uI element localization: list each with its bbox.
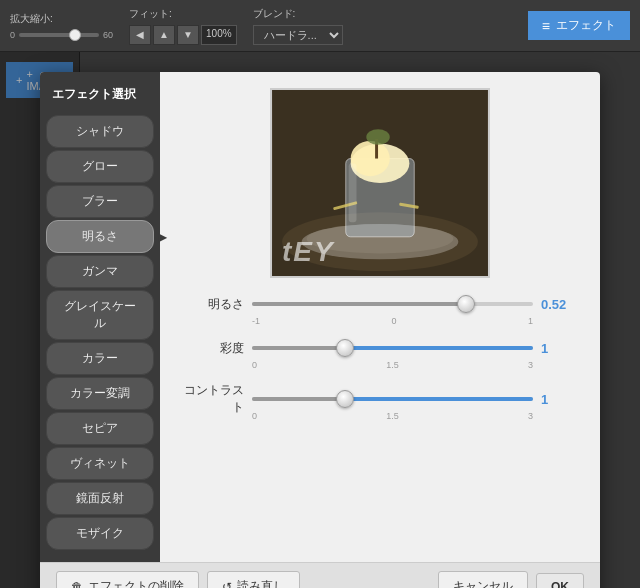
reset-button[interactable]: ↺ 読み直し [207, 571, 300, 588]
fit-btn-left[interactable]: ◀ [129, 25, 151, 45]
cancel-label: キャンセル [453, 578, 513, 588]
cancel-button[interactable]: キャンセル [438, 571, 528, 588]
saturation-value: 1 [541, 341, 576, 356]
zoom-thumb[interactable] [69, 29, 81, 41]
saturation-fill-right [345, 346, 533, 350]
blend-select[interactable]: ハードラ... [253, 25, 343, 45]
svg-point-6 [351, 141, 390, 176]
fit-btn-down[interactable]: ▼ [177, 25, 199, 45]
effect-grayscale[interactable]: グレイスケール [46, 290, 154, 340]
zoom-min: 0 [10, 30, 15, 40]
brightness-tick-min: -1 [252, 316, 260, 326]
fit-section: フィット: ◀ ▲ ▼ 100% [129, 7, 237, 45]
brightness-track-container: -1 0 1 [252, 294, 533, 314]
main-area: + + IMAGE エフェクト選択 シャドウ グロー ブラー 明るさ ガンマ グ… [0, 52, 640, 588]
saturation-ticks: 0 1.5 3 [252, 360, 533, 370]
effect-color-transform[interactable]: カラー変調 [46, 377, 154, 410]
preview-image: tEY [270, 88, 490, 278]
contrast-thumb[interactable] [336, 390, 354, 408]
effects-button[interactable]: ≡ エフェクト [528, 11, 630, 40]
zoom-section: 拡大縮小: 0 60 [10, 12, 113, 40]
brightness-slider-row: 明るさ -1 0 1 [184, 294, 576, 314]
saturation-fill-left [252, 346, 345, 350]
effects-panel-title: エフェクト選択 [40, 82, 160, 113]
saturation-label: 彩度 [184, 340, 244, 357]
contrast-tick-mid: 1.5 [386, 411, 399, 421]
blend-section: ブレンド: ハードラ... [253, 7, 343, 45]
delete-effect-label: エフェクトの削除 [88, 578, 184, 588]
preview-image-inner: tEY [272, 90, 488, 276]
saturation-tick-mid: 1.5 [386, 360, 399, 370]
contrast-tick-max: 3 [528, 411, 533, 421]
zoom-max: 60 [103, 30, 113, 40]
effect-mosaic[interactable]: モザイク [46, 517, 154, 550]
effect-shadow[interactable]: シャドウ [46, 115, 154, 148]
effect-brightness[interactable]: 明るさ [46, 220, 154, 253]
effects-icon: ≡ [542, 18, 550, 34]
saturation-track-container: 0 1.5 3 [252, 338, 533, 358]
fit-value: 100% [201, 25, 237, 45]
fit-label: フィット: [129, 7, 172, 21]
ok-button[interactable]: OK [536, 573, 584, 589]
saturation-tick-min: 0 [252, 360, 257, 370]
contrast-tick-min: 0 [252, 411, 257, 421]
contrast-label: コントラスト [184, 382, 244, 416]
reset-icon: ↺ [222, 580, 232, 589]
effect-glow[interactable]: グロー [46, 150, 154, 183]
fit-btn-up[interactable]: ▲ [153, 25, 175, 45]
contrast-ticks: 0 1.5 3 [252, 411, 533, 421]
modal-content: tEY 明るさ [160, 72, 600, 562]
zoom-slider-container: 0 60 [10, 30, 113, 40]
contrast-slider-row: コントラスト 0 1.5 3 [184, 382, 576, 416]
brightness-ticks: -1 0 1 [252, 316, 533, 326]
brightness-tick-max: 1 [528, 316, 533, 326]
fit-controls: ◀ ▲ ▼ 100% [129, 25, 237, 45]
modal-overlay: エフェクト選択 シャドウ グロー ブラー 明るさ ガンマ グレイスケール カラー… [0, 52, 640, 588]
effect-gamma[interactable]: ガンマ [46, 255, 154, 288]
effect-mirror[interactable]: 鏡面反射 [46, 482, 154, 515]
zoom-slider[interactable] [19, 33, 99, 37]
effect-sepia[interactable]: セピア [46, 412, 154, 445]
svg-point-8 [366, 129, 389, 145]
top-toolbar: 拡大縮小: 0 60 フィット: ◀ ▲ ▼ 100% ブレンド: ハードラ..… [0, 0, 640, 52]
blend-label: ブレンド: [253, 7, 296, 21]
saturation-tick-max: 3 [528, 360, 533, 370]
effects-panel: エフェクト選択 シャドウ グロー ブラー 明るさ ガンマ グレイスケール カラー… [40, 72, 160, 562]
food-image-svg [272, 90, 488, 276]
saturation-track[interactable] [252, 346, 533, 350]
delete-effect-button[interactable]: 🗑 エフェクトの削除 [56, 571, 199, 588]
ok-label: OK [551, 580, 569, 589]
brightness-track[interactable] [252, 302, 533, 306]
brightness-thumb[interactable] [457, 295, 475, 313]
modal-footer: 🗑 エフェクトの削除 ↺ 読み直し キャンセル OK [40, 562, 600, 588]
saturation-slider-row: 彩度 0 1.5 3 [184, 338, 576, 358]
brightness-fill-left [252, 302, 466, 306]
saturation-thumb[interactable] [336, 339, 354, 357]
effect-vignette[interactable]: ヴィネット [46, 447, 154, 480]
effect-blur[interactable]: ブラー [46, 185, 154, 218]
effect-color[interactable]: カラー [46, 342, 154, 375]
contrast-track-container: 0 1.5 3 [252, 389, 533, 409]
reset-label: 読み直し [237, 578, 285, 588]
effects-modal: エフェクト選択 シャドウ グロー ブラー 明るさ ガンマ グレイスケール カラー… [40, 72, 600, 588]
svg-rect-11 [349, 163, 357, 222]
zoom-control: 0 60 [10, 30, 113, 40]
zoom-label: 拡大縮小: [10, 12, 53, 26]
effects-label: エフェクト [556, 17, 616, 34]
contrast-track[interactable] [252, 397, 533, 401]
contrast-fill-left [252, 397, 345, 401]
contrast-fill-right [345, 397, 533, 401]
preview-area: tEY [176, 88, 584, 278]
contrast-value: 1 [541, 392, 576, 407]
modal-body: エフェクト選択 シャドウ グロー ブラー 明るさ ガンマ グレイスケール カラー… [40, 72, 600, 562]
brightness-label: 明るさ [184, 296, 244, 313]
brightness-value: 0.52 [541, 297, 576, 312]
brightness-tick-mid: 0 [391, 316, 396, 326]
sliders-section: 明るさ -1 0 1 [176, 294, 584, 416]
trash-icon: 🗑 [71, 580, 83, 589]
